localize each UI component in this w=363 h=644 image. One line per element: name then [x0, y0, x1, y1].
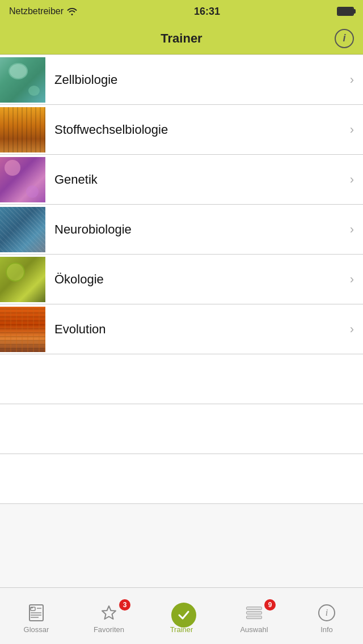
badge-favoriten: 3 [119, 599, 130, 611]
thumbnail-genetik [0, 157, 45, 202]
navigation-bar: Trainer i [0, 23, 363, 54]
svg-rect-9 [247, 607, 261, 609]
thumbnail-evolution [0, 307, 45, 352]
empty-row-3 [0, 454, 363, 504]
favoriten-icon [99, 603, 119, 623]
list-label-evolution: Evolution [54, 322, 345, 337]
tab-label-favoriten: Favoriten [94, 625, 124, 634]
info-button[interactable]: i [335, 29, 354, 48]
trainer-icon [171, 603, 192, 623]
chevron-right-icon: › [350, 322, 354, 337]
tab-label-glossar: Glossar [24, 625, 49, 634]
list-item-neurobiologie[interactable]: Neurobiologie › [0, 205, 363, 255]
thumbnail-zellbiologie [0, 57, 45, 103]
empty-row-2 [0, 404, 363, 454]
list-label-zellbiologie: Zellbiologie [54, 73, 345, 87]
svg-rect-2 [31, 607, 33, 608]
list-label-genetik: Genetik [54, 172, 345, 187]
list-item-genetik[interactable]: Genetik › [0, 155, 363, 205]
tab-auswahl[interactable]: 9 Auswahl [226, 598, 282, 634]
tab-label-info: Info [320, 625, 333, 634]
tab-label-auswahl: Auswahl [240, 625, 268, 634]
chevron-right-icon: › [350, 272, 354, 287]
tab-bar: Glossar 3 Favoriten Trainer 9 [0, 587, 363, 644]
status-bar: Netzbetreiber 16:31 [0, 0, 363, 23]
badge-auswahl: 9 [264, 599, 276, 611]
list-label-stoffwechselbiologie: Stoffwechselbiologie [54, 122, 345, 137]
auswahl-icon [244, 603, 264, 623]
category-list: Zellbiologie › Stoffwechselbiologie › Ge… [0, 54, 363, 504]
battery-indicator [337, 7, 354, 16]
chevron-right-icon: › [350, 122, 354, 137]
list-label-neurobiologie: Neurobiologie [54, 222, 345, 237]
thumbnail-neurobiologie [0, 207, 45, 252]
carrier-label: Netzbetreiber [9, 6, 77, 16]
list-item-oekologie[interactable]: Ökologie › [0, 255, 363, 304]
list-label-oekologie: Ökologie [54, 272, 345, 287]
svg-rect-11 [247, 612, 261, 614]
tab-trainer[interactable]: Trainer [153, 598, 210, 634]
info-tab-icon: i [316, 603, 337, 623]
glossar-icon [26, 603, 47, 623]
list-item-stoffwechselbiologie[interactable]: Stoffwechselbiologie › [0, 105, 363, 155]
list-item-zellbiologie[interactable]: Zellbiologie › [0, 55, 363, 105]
page-title: Trainer [161, 31, 202, 46]
status-time: 16:31 [194, 6, 220, 18]
svg-rect-13 [247, 616, 261, 618]
chevron-right-icon: › [350, 222, 354, 237]
svg-marker-7 [102, 606, 116, 619]
svg-text:i: i [326, 608, 328, 617]
chevron-right-icon: › [350, 73, 354, 87]
chevron-right-icon: › [350, 172, 354, 187]
tab-glossar[interactable]: Glossar [8, 598, 65, 634]
thumbnail-oekologie [0, 257, 45, 302]
empty-row-1 [0, 354, 363, 404]
tab-favoriten[interactable]: 3 Favoriten [81, 598, 137, 634]
tab-info[interactable]: i Info [298, 598, 355, 634]
thumbnail-stoffwechselbiologie [0, 107, 45, 152]
tab-label-trainer: Trainer [170, 625, 193, 634]
list-item-evolution[interactable]: Evolution › [0, 304, 363, 354]
wifi-icon [67, 7, 77, 15]
